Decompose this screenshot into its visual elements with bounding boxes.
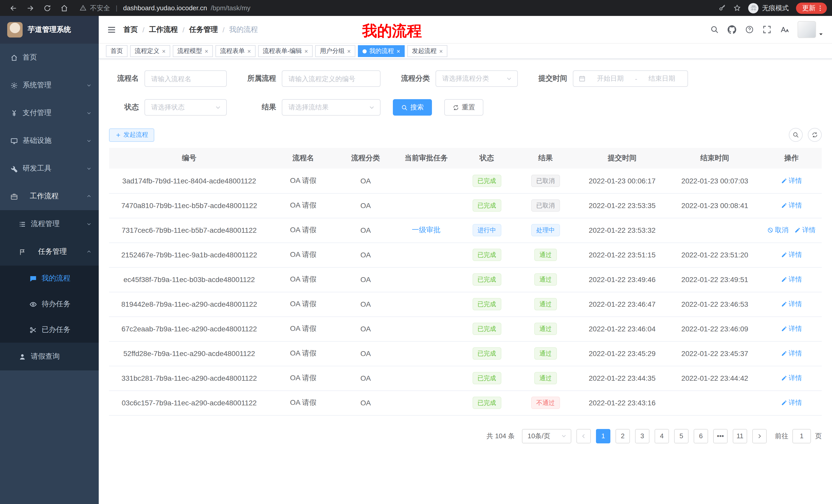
- cancel-link[interactable]: 取消: [767, 226, 788, 235]
- sidebar-item-my-process[interactable]: 我的流程: [0, 265, 99, 291]
- user-menu[interactable]: [798, 21, 824, 38]
- cell-status: 已完成: [458, 366, 515, 390]
- detail-link[interactable]: 详情: [781, 201, 802, 210]
- tab-process-model[interactable]: 流程模型×: [173, 45, 213, 57]
- fullscreen-icon[interactable]: [762, 25, 771, 34]
- reload-icon[interactable]: [43, 4, 51, 12]
- sidebar-item-process-mgmt[interactable]: 流程管理: [0, 210, 99, 238]
- page-button-2[interactable]: 2: [616, 429, 630, 443]
- breadcrumb-item[interactable]: 任务管理: [189, 25, 218, 34]
- tab-process-form-edit[interactable]: 流程表单-编辑×: [258, 45, 313, 57]
- detail-link[interactable]: 详情: [781, 250, 802, 259]
- search-icon[interactable]: [710, 25, 719, 34]
- cell-actions: 详情: [761, 390, 822, 415]
- breadcrumb-item[interactable]: 工作流程: [149, 25, 178, 34]
- sidebar-item-devtools[interactable]: 研发工具: [0, 155, 99, 183]
- address-bar[interactable]: 不安全 | dashboard.yudao.iocoder.cn/bpm/tas…: [80, 3, 718, 12]
- browser-home-icon[interactable]: [60, 4, 69, 12]
- tab-process-definition[interactable]: 流程定义×: [130, 45, 170, 57]
- close-icon[interactable]: ×: [205, 48, 208, 54]
- close-icon[interactable]: ×: [247, 48, 251, 54]
- back-icon[interactable]: [9, 4, 18, 12]
- sidebar-item-home[interactable]: 首页: [0, 44, 99, 72]
- page-button-5[interactable]: 5: [674, 429, 688, 443]
- detail-link[interactable]: 详情: [795, 226, 815, 235]
- sidebar-item-todo-tasks[interactable]: 待办任务: [0, 291, 99, 317]
- cell-actions: 详情: [761, 316, 822, 341]
- category-select[interactable]: 请选择流程分类: [436, 71, 518, 87]
- close-icon[interactable]: ×: [347, 48, 351, 54]
- pages-ellipsis[interactable]: •••: [713, 429, 728, 443]
- cell-category: OA: [337, 193, 394, 218]
- sidebar-item-payment[interactable]: 支付管理: [0, 99, 99, 127]
- sidebar-item-workflow[interactable]: 工作流程: [0, 183, 99, 210]
- github-icon[interactable]: [728, 25, 736, 34]
- font-size-icon[interactable]: [780, 25, 789, 34]
- status-select[interactable]: 请选择状态: [145, 99, 227, 116]
- page-button-4[interactable]: 4: [655, 429, 669, 443]
- sidebar-item-system[interactable]: 系统管理: [0, 72, 99, 99]
- star-icon[interactable]: [733, 4, 741, 12]
- process-name-input[interactable]: [145, 71, 227, 87]
- process-id-input[interactable]: [282, 71, 381, 87]
- page-button-3[interactable]: 3: [635, 429, 649, 443]
- detail-link[interactable]: 详情: [781, 398, 802, 408]
- breadcrumb-item[interactable]: 首页: [123, 25, 138, 34]
- result-badge: 通过: [534, 273, 557, 286]
- cell-status: 进行中: [458, 218, 515, 243]
- sidebar-item-leave-query[interactable]: 请假查询: [0, 343, 99, 370]
- tab-user-group[interactable]: 用户分组×: [315, 45, 355, 57]
- cell-process-name: OA 请假: [269, 366, 337, 390]
- search-button[interactable]: 搜索: [393, 99, 432, 116]
- tab-label: 流程表单-编辑: [263, 47, 302, 55]
- close-icon[interactable]: ×: [396, 48, 400, 54]
- tab-my-process[interactable]: 我的流程×: [358, 45, 405, 57]
- tab-label: 流程表单: [220, 47, 245, 55]
- close-icon[interactable]: ×: [162, 48, 165, 54]
- action-label: 详情: [788, 398, 802, 408]
- column-header: 流程分类: [337, 148, 394, 169]
- reset-button[interactable]: 重置: [444, 99, 483, 116]
- table-row: 03c6c157-7b9a-11ec-a290-acde48001122 OA …: [109, 390, 822, 415]
- close-icon[interactable]: ×: [439, 48, 443, 54]
- cell-process-name: OA 请假: [269, 316, 337, 341]
- page-size-select[interactable]: 10条/页: [522, 429, 571, 443]
- page-button-1[interactable]: 1: [596, 429, 610, 443]
- result-select[interactable]: 请选择流结果: [282, 99, 381, 116]
- detail-link[interactable]: 详情: [781, 349, 802, 358]
- sidebar-item-infrastructure[interactable]: 基础设施: [0, 127, 99, 155]
- refresh-table-button[interactable]: [808, 128, 822, 142]
- goto-label: 前往: [775, 431, 788, 441]
- current-task-link[interactable]: 一级审批: [412, 226, 441, 234]
- submit-time-range-picker[interactable]: 开始日期 - 结束日期: [573, 71, 688, 87]
- tab-label: 流程定义: [135, 47, 159, 55]
- edit-icon: [781, 351, 787, 357]
- goto-page-input[interactable]: [792, 429, 811, 443]
- detail-link[interactable]: 详情: [781, 300, 802, 309]
- close-icon[interactable]: ×: [305, 48, 308, 54]
- tab-home[interactable]: 首页: [106, 45, 128, 57]
- detail-link[interactable]: 详情: [781, 176, 802, 186]
- key-icon[interactable]: [718, 4, 726, 12]
- detail-link[interactable]: 详情: [781, 275, 802, 284]
- sidebar-item-done-tasks[interactable]: 已办任务: [0, 317, 99, 343]
- page-button-6[interactable]: 6: [694, 429, 708, 443]
- help-icon[interactable]: [745, 25, 754, 34]
- cell-result: 已取消: [515, 169, 576, 193]
- forward-icon[interactable]: [26, 4, 34, 12]
- tab-process-form[interactable]: 流程表单×: [215, 45, 256, 57]
- tab-start-process[interactable]: 发起流程×: [407, 45, 447, 57]
- app-logo-row[interactable]: 芋道管理系统: [0, 16, 99, 44]
- next-page-button[interactable]: [752, 429, 767, 443]
- detail-link[interactable]: 详情: [781, 373, 802, 383]
- update-button[interactable]: 更新: [796, 2, 827, 13]
- create-process-button[interactable]: 发起流程: [109, 128, 154, 142]
- sidebar-item-label: 待办任务: [42, 300, 71, 309]
- detail-link[interactable]: 详情: [781, 324, 802, 333]
- show-search-button[interactable]: [789, 128, 803, 142]
- hamburger-icon[interactable]: [107, 25, 116, 34]
- sidebar-item-task-mgmt[interactable]: 任务管理: [0, 238, 99, 265]
- prev-page-button[interactable]: [576, 429, 591, 443]
- cell-submit-time: 2022-01-22 23:51:15: [576, 243, 669, 267]
- page-button-11[interactable]: 11: [733, 429, 747, 443]
